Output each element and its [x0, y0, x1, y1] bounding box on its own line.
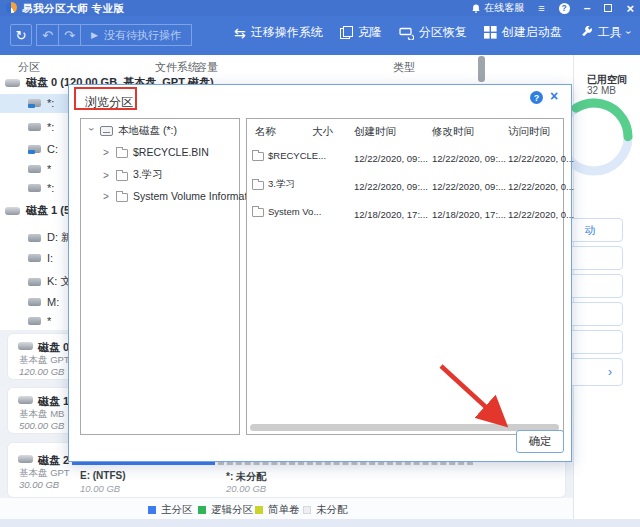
drive-icon	[28, 165, 41, 173]
disk-icon	[5, 79, 20, 87]
dialog-help-icon[interactable]: ?	[530, 91, 543, 104]
partition-row[interactable]: M:	[28, 296, 59, 308]
browse-partition-dialog: 浏览分区 ? × › 本地磁盘 (*:) > $RECYCLE.BIN > 3.…	[68, 84, 572, 462]
clone-label: 克隆	[358, 24, 382, 41]
undo-icon: ↶	[42, 28, 53, 43]
grid-col-modified[interactable]: 修改时间	[432, 125, 474, 139]
partition-recovery-button[interactable]: 分区恢复	[399, 24, 467, 41]
partition-row[interactable]: *:	[28, 97, 54, 109]
titlebar: 易我分区大师 专业版 在线客服 ≡ ? – ×	[0, 0, 640, 16]
scrollbar-grip[interactable]	[478, 56, 485, 82]
redo-button[interactable]: ↷	[58, 24, 80, 46]
drive-icon	[28, 99, 41, 107]
column-type[interactable]: 类型	[393, 60, 415, 75]
tree-item-study[interactable]: > 3.学习	[103, 168, 163, 182]
online-support-label: 在线客服	[484, 1, 524, 15]
chevron-down-icon: ›	[623, 31, 634, 34]
partition-row[interactable]: *	[28, 163, 51, 175]
grid-cell: 12/22/2020, 0...	[508, 209, 574, 220]
folder-icon	[116, 193, 128, 202]
folder-icon	[116, 172, 128, 181]
ok-button[interactable]: 确定	[516, 430, 564, 453]
tools-label: 工具	[598, 24, 622, 41]
expand-open-icon[interactable]: ›	[86, 127, 97, 135]
expand-closed-icon[interactable]: >	[103, 147, 111, 158]
undo-button[interactable]: ↶	[36, 24, 58, 46]
tree-item-recycle[interactable]: > $RECYCLE.BIN	[103, 146, 209, 158]
refresh-icon: ↻	[16, 28, 27, 43]
expand-closed-icon[interactable]: >	[103, 170, 111, 181]
legend-swatch-unallocated	[303, 506, 311, 514]
grid-cell: 12/18/2020, 17:...	[432, 209, 506, 220]
partition-row[interactable]: *:	[28, 121, 54, 133]
migrate-icon: ⇆	[234, 25, 246, 41]
migrate-os-label: 迁移操作系统	[251, 24, 323, 41]
app-window: 易我分区大师 专业版 在线客服 ≡ ? – × ↻ ↶ ↷ ▶	[0, 0, 640, 527]
close-button[interactable]: ×	[626, 1, 634, 16]
grid-col-created[interactable]: 创建时间	[354, 125, 396, 139]
app-title: 易我分区大师 专业版	[22, 2, 124, 16]
dialog-close-icon[interactable]: ×	[550, 88, 558, 104]
grid-cell: 12/22/2020, 09:...	[432, 153, 506, 164]
partition-row[interactable]: C:	[28, 143, 58, 155]
legend-simple-volume: 简单卷	[255, 503, 300, 517]
maximize-button[interactable]	[604, 4, 612, 12]
online-support-button[interactable]: 在线客服	[471, 1, 524, 15]
tools-button[interactable]: 工具 ›	[579, 24, 630, 41]
create-boot-disk-button[interactable]: 创建启动盘	[484, 24, 562, 41]
partition-row[interactable]: *:	[28, 182, 54, 194]
expand-closed-icon[interactable]: >	[103, 191, 111, 202]
help-icon[interactable]: ?	[559, 3, 570, 14]
folder-icon	[116, 149, 128, 158]
menu-icon[interactable]: ≡	[538, 3, 544, 14]
pending-operations-button[interactable]: ▶ 没有待执行操作	[80, 24, 192, 46]
annotation-red-box	[74, 87, 137, 110]
drive-icon	[28, 278, 41, 286]
window-bottom-edge	[0, 519, 640, 527]
grid-col-size[interactable]: 大小	[312, 125, 333, 139]
disk-icon	[5, 207, 20, 215]
column-filesystem[interactable]: 文件系统	[155, 60, 199, 75]
grid-row-name[interactable]: System Vo...	[252, 206, 321, 217]
clone-icon	[340, 26, 353, 39]
minimize-button[interactable]: –	[584, 1, 591, 15]
grid-col-name[interactable]: 名称	[255, 125, 276, 139]
clone-button[interactable]: 克隆	[340, 24, 382, 41]
column-partition[interactable]: 分区	[18, 60, 40, 75]
partition-row[interactable]: I:	[28, 252, 53, 264]
grid-cell: 12/18/2020, 17:...	[354, 209, 428, 220]
tree-root-local-disk[interactable]: › 本地磁盘 (*:)	[87, 124, 177, 138]
refresh-button[interactable]: ↻	[10, 24, 32, 46]
partition-block-unallocated[interactable]: *: 未分配 20.00 GB	[218, 462, 473, 493]
drive-icon	[28, 145, 41, 153]
legend-swatch-simple	[255, 506, 263, 514]
horizontal-scrollbar[interactable]	[250, 424, 559, 431]
play-icon: ▶	[91, 30, 98, 40]
legend-bar: 主分区 逻辑分区 简单卷 未分配	[0, 498, 573, 519]
drive-icon	[28, 234, 41, 242]
create-boot-disk-label: 创建启动盘	[502, 24, 562, 41]
tree-item-system-volume[interactable]: > System Volume Information	[103, 190, 261, 202]
disk-icon	[18, 342, 33, 350]
file-grid-panel: 名称 大小 创建时间 修改时间 访问时间 $RECYCLE... 12/22/2…	[246, 118, 564, 435]
bell-icon	[471, 3, 481, 14]
grid-row-name[interactable]: $RECYCLE...	[252, 150, 326, 161]
legend-logical: 逻辑分区	[198, 503, 253, 517]
grid-row-name[interactable]: 3.学习	[252, 178, 295, 191]
disk1-header-row[interactable]: 磁盘 1 (50	[5, 203, 76, 218]
partition-block-primary[interactable]: E: (NTFS) 10.00 GB	[72, 462, 215, 493]
drive-icon	[28, 298, 41, 306]
wrench-icon	[579, 26, 593, 39]
migrate-os-button[interactable]: ⇆ 迁移操作系统	[234, 24, 323, 41]
partition-row[interactable]: *	[28, 315, 51, 327]
grid-col-accessed[interactable]: 访问时间	[508, 125, 550, 139]
drive-icon	[28, 123, 41, 131]
disk-icon	[18, 396, 33, 404]
grid-cell: 12/22/2020, 0...	[508, 181, 574, 192]
grid-cell: 12/22/2020, 09:...	[354, 181, 428, 192]
toolbar: ↻ ↶ ↷ ▶ 没有待执行操作 ⇆ 迁移操作系统 克隆	[0, 16, 640, 55]
legend-unallocated: 未分配	[303, 503, 348, 517]
redo-icon: ↷	[64, 28, 75, 43]
column-capacity[interactable]: 容量	[196, 60, 218, 75]
drive-icon	[28, 184, 41, 192]
